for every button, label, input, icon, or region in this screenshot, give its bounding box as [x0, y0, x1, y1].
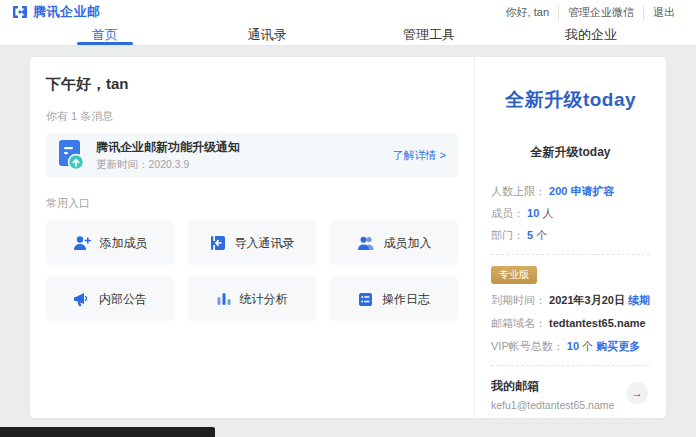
buy-more-link[interactable]: 购买更多	[596, 340, 640, 352]
right-arrow-icon: →	[631, 386, 643, 400]
shortcut-label: 内部公告	[99, 291, 147, 308]
main-card: 下午好，tan 你有 1 条消息 腾讯企业邮新功能升级通知 更新时间：2020.…	[30, 57, 666, 418]
dashboard-pane: 下午好，tan 你有 1 条消息 腾讯企业邮新功能升级通知 更新时间：2020.…	[30, 57, 475, 418]
notice-details-link[interactable]: 了解详情 >	[393, 148, 446, 163]
upgrade-banner-title: 全新升级today	[491, 87, 650, 113]
tab-contacts[interactable]: 通讯录	[186, 24, 348, 45]
shortcut-operation-log[interactable]: 操作日志	[330, 277, 458, 321]
upgrade-notice-item[interactable]: 腾讯企业邮新功能升级通知 更新时间：2020.3.9 了解详情 >	[46, 133, 458, 177]
bottom-dark-bar	[0, 427, 215, 437]
notice-title: 腾讯企业邮新功能升级通知	[96, 139, 393, 156]
greeting-title: 下午好，tan	[46, 75, 458, 94]
divider	[491, 423, 650, 424]
shortcut-member-join[interactable]: 成员加入	[330, 221, 458, 265]
shortcuts-section-title: 常用入口	[46, 196, 458, 211]
stat-members: 成员： 10 人	[491, 206, 650, 220]
goto-mailbox-button[interactable]: →	[626, 382, 648, 404]
shortcut-label: 统计分析	[240, 291, 288, 308]
exmail-logo-icon	[12, 5, 28, 19]
divider	[491, 365, 650, 366]
expand-capacity-link[interactable]: 申请扩容	[570, 185, 614, 197]
topbar: 腾讯企业邮 你好, tan 管理企业微信 退出	[0, 0, 696, 24]
operation-log-icon	[358, 292, 373, 307]
account-sidebar: 全新升级today 全新升级today 人数上限： 200 申请扩容 成员： 1…	[475, 57, 666, 418]
stat-member-limit: 人数上限： 200 申请扩容	[491, 184, 650, 198]
add-member-icon	[73, 235, 91, 251]
plan-badge: 专业版	[491, 266, 537, 284]
plan-expiry: 到期时间： 2021年3月20日 续期	[491, 293, 650, 307]
tab-home[interactable]: 首页	[24, 24, 186, 45]
plan-vip-count: VIP帐号总数： 10 个 购买更多	[491, 339, 650, 353]
shortcut-label: 导入通讯录	[235, 235, 295, 252]
messages-count-note: 你有 1 条消息	[46, 109, 458, 124]
import-contacts-icon	[210, 235, 226, 251]
member-join-icon	[357, 235, 375, 251]
org-stats: 人数上限： 200 申请扩容 成员： 10 人 部门： 5 个	[491, 184, 650, 242]
topbar-manage-wecom-link[interactable]: 管理企业微信	[558, 5, 643, 20]
notice-updated-time: 更新时间：2020.3.9	[96, 158, 393, 172]
topbar-links: 你好, tan 管理企业微信 退出	[497, 5, 684, 20]
logo-text: 腾讯企业邮	[33, 3, 101, 21]
shortcut-import-contacts[interactable]: 导入通讯录	[188, 221, 316, 265]
shortcut-label: 添加成员	[100, 235, 148, 252]
divider	[491, 254, 650, 255]
topbar-logout-link[interactable]: 退出	[643, 5, 684, 20]
notice-document-icon	[58, 139, 84, 171]
tab-my-company[interactable]: 我的企业	[510, 24, 672, 45]
my-mailbox-section: 我的邮箱 kefu1@tedtantest65.name →	[491, 378, 650, 411]
statistics-icon	[217, 291, 231, 307]
upgrade-banner-subtitle: 全新升级today	[491, 144, 650, 161]
shortcut-label: 操作日志	[382, 291, 430, 308]
notice-text: 腾讯企业邮新功能升级通知 更新时间：2020.3.9	[96, 139, 393, 172]
shortcut-announcement[interactable]: 内部公告	[46, 277, 174, 321]
plan-domain: 邮箱域名： tedtantest65.name	[491, 316, 650, 330]
stat-departments: 部门： 5 个	[491, 228, 650, 242]
main-nav: 首页 通讯录 管理工具 我的企业	[0, 24, 696, 46]
shortcut-add-member[interactable]: 添加成员	[46, 221, 174, 265]
my-mailbox-address: kefu1@tedtantest65.name	[491, 399, 650, 411]
topbar-user-greeting[interactable]: 你好, tan	[497, 5, 558, 20]
shortcuts-grid: 添加成员 导入通讯录 成员加入	[46, 221, 458, 321]
shortcut-statistics[interactable]: 统计分析	[188, 277, 316, 321]
exmail-logo[interactable]: 腾讯企业邮	[12, 3, 101, 21]
tab-admin-tools[interactable]: 管理工具	[348, 24, 510, 45]
shortcut-label: 成员加入	[384, 235, 432, 252]
announcement-icon	[73, 292, 90, 307]
renew-link[interactable]: 续期	[628, 294, 650, 306]
